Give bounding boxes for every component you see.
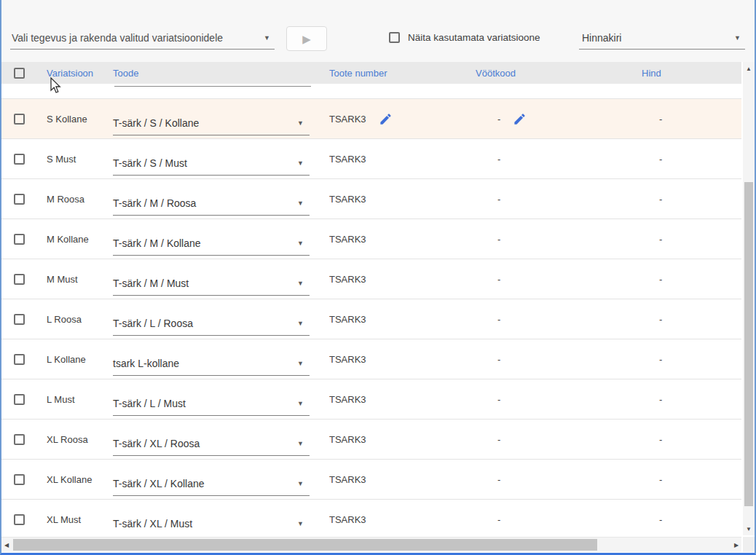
vertical-scrollbar-thumb[interactable] [744, 182, 753, 506]
price-value: - [659, 474, 662, 485]
product-select-value: T-särk / L / Must [113, 398, 186, 409]
barcode-value: - [497, 194, 500, 205]
play-icon: ▶ [302, 34, 311, 44]
chevron-down-icon: ▼ [297, 520, 304, 527]
scroll-right-icon[interactable]: ▶ [731, 538, 741, 552]
product-number: TSARK3 [329, 314, 366, 325]
barcode-value: - [497, 514, 500, 525]
chevron-down-icon: ▼ [297, 119, 304, 127]
row-checkbox[interactable] [14, 114, 25, 125]
scroll-down-icon[interactable]: ▼ [743, 524, 755, 534]
apply-action-button[interactable]: ▶ [286, 26, 327, 51]
table-row: M Kollane T-särk / M / Kollane ▼ TSARK3 … [1, 219, 741, 259]
clipped-select-underline [114, 86, 311, 87]
product-select[interactable]: T-särk / XL / Must ▼ [113, 512, 310, 536]
action-select[interactable]: Vali tegevus ja rakenda valitud variatsi… [10, 26, 275, 50]
col-header-barcode[interactable]: Vöötkood [476, 68, 516, 79]
barcode-value: - [497, 274, 500, 285]
product-number: TSARK3 [329, 234, 366, 245]
edit-barcode-icon[interactable] [513, 112, 527, 126]
variation-label: M Kollane [47, 234, 89, 245]
row-checkbox[interactable] [14, 354, 25, 365]
show-unused-wrap: Näita kasutamata variatsioone [389, 32, 540, 43]
price-value: - [659, 514, 662, 525]
row-checkbox[interactable] [14, 434, 25, 445]
row-checkbox[interactable] [14, 314, 25, 325]
price-value: - [659, 194, 662, 205]
chevron-down-icon: ▼ [297, 320, 304, 327]
product-select-value: tsark L-kollane [113, 358, 179, 369]
barcode-value: - [497, 354, 500, 365]
horizontal-scrollbar-thumb[interactable] [13, 539, 597, 551]
variation-label: L Roosa [47, 314, 82, 325]
variation-label: XL Kollane [47, 474, 92, 485]
barcode-value: - [497, 114, 500, 125]
barcode-value: - [497, 234, 500, 245]
select-all-checkbox[interactable] [14, 68, 25, 79]
action-select-value: Vali tegevus ja rakenda valitud variatsi… [12, 32, 223, 44]
chevron-down-icon: ▼ [734, 34, 741, 42]
show-unused-label: Näita kasutamata variatsioone [408, 32, 540, 43]
product-select[interactable]: T-särk / L / Roosa ▼ [113, 312, 310, 336]
product-select[interactable]: T-särk / L / Must ▼ [113, 392, 310, 416]
product-select-value: T-särk / XL / Must [113, 518, 192, 530]
show-unused-checkbox[interactable] [389, 32, 400, 43]
row-checkbox[interactable] [14, 274, 25, 285]
product-number: TSARK3 [329, 434, 366, 445]
col-header-product[interactable]: Toode [113, 68, 138, 79]
barcode-value: - [497, 434, 500, 445]
product-select[interactable]: T-särk / M / Kollane ▼ [113, 232, 310, 256]
horizontal-scrollbar[interactable]: ◀ ▶ [1, 537, 741, 552]
barcode-value: - [497, 314, 500, 325]
product-select[interactable]: T-särk / M / Must ▼ [113, 272, 310, 296]
price-value: - [659, 434, 662, 445]
vertical-scrollbar[interactable]: ▲ ▼ [743, 62, 755, 535]
edit-product-number-icon[interactable] [379, 112, 393, 126]
variation-label: M Roosa [47, 194, 84, 205]
row-checkbox[interactable] [14, 394, 25, 405]
row-checkbox[interactable] [14, 154, 25, 165]
product-select[interactable]: T-särk / S / Must ▼ [113, 151, 310, 176]
product-number: TSARK3 [329, 474, 366, 485]
variation-label: L Kollane [47, 354, 86, 365]
barcode-value: - [497, 474, 500, 485]
product-number: TSARK3 [329, 394, 366, 405]
row-checkbox[interactable] [14, 194, 25, 205]
price-value: - [659, 154, 662, 165]
toolbar: Vali tegevus ja rakenda valitud variatsi… [1, 0, 755, 62]
product-select[interactable]: T-särk / S / Kollane ▼ [113, 111, 310, 135]
table-row: M Roosa T-särk / M / Roosa ▼ TSARK3 - - [1, 179, 741, 219]
row-checkbox[interactable] [14, 474, 25, 485]
col-header-product-number[interactable]: Toote number [329, 68, 387, 79]
price-value: - [659, 114, 662, 125]
variation-label: M Must [47, 274, 78, 285]
variation-label: L Must [47, 394, 75, 405]
row-checkbox[interactable] [14, 514, 25, 525]
chevron-down-icon: ▼ [297, 200, 304, 207]
row-checkbox[interactable] [14, 234, 25, 245]
scrollbar-corner [743, 537, 755, 552]
scroll-up-icon[interactable]: ▲ [743, 63, 755, 74]
col-header-variation[interactable]: Variatsioon [47, 68, 93, 79]
product-number: TSARK3 [329, 354, 366, 365]
product-select-value: T-särk / S / Kollane [113, 117, 199, 129]
product-number: TSARK3 [329, 274, 366, 285]
product-number: TSARK3 [329, 154, 366, 165]
variation-label: XL Roosa [47, 434, 88, 445]
scroll-left-icon[interactable]: ◀ [1, 538, 12, 552]
product-select[interactable]: T-särk / M / Roosa ▼ [113, 192, 310, 216]
table-row: L Roosa T-särk / L / Roosa ▼ TSARK3 - - [1, 299, 741, 339]
chevron-down-icon: ▼ [264, 34, 270, 42]
variation-matrix-page: Vali tegevus ja rakenda valitud variatsi… [0, 0, 756, 555]
product-select[interactable]: tsark L-kollane ▼ [113, 352, 310, 376]
col-header-price[interactable]: Hind [642, 68, 661, 79]
pricelist-select[interactable]: Hinnakiri ▼ [579, 26, 745, 50]
product-select-value: T-särk / L / Roosa [113, 318, 193, 329]
variation-table: Variatsioon Toode Toote number Vöötkood … [1, 62, 741, 535]
pricelist-select-value: Hinnakiri [582, 32, 621, 44]
chevron-down-icon: ▼ [297, 160, 304, 167]
product-select[interactable]: T-särk / XL / Kollane ▼ [113, 472, 310, 496]
price-value: - [659, 394, 662, 405]
product-select[interactable]: T-särk / XL / Roosa ▼ [113, 432, 310, 456]
chevron-down-icon: ▼ [297, 280, 304, 287]
